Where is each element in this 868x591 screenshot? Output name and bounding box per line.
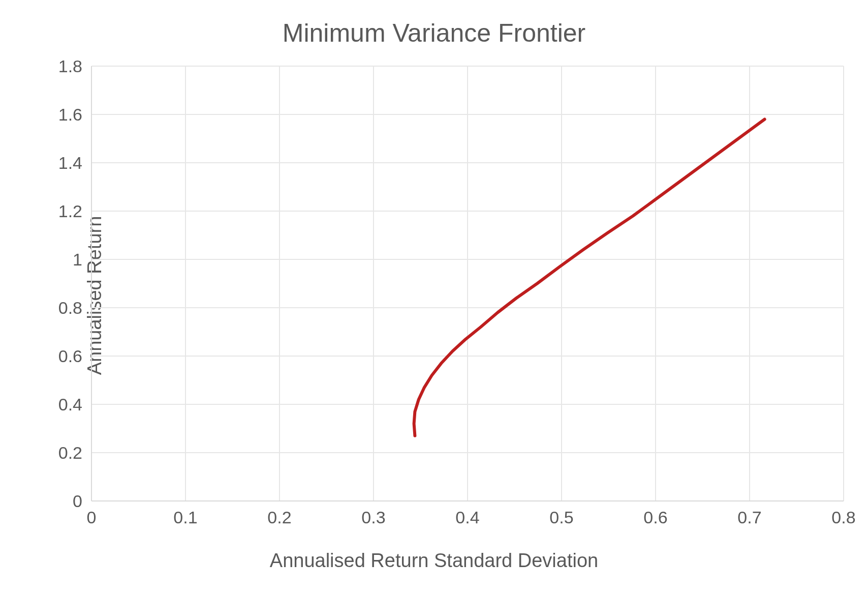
x-tick-label: 0.6: [643, 508, 667, 527]
y-tick-label: 0.2: [58, 443, 82, 462]
x-tick-label: 0.7: [737, 508, 761, 527]
chart-container: Minimum Variance Frontier Annualised Ret…: [0, 0, 868, 591]
y-tick-label: 0: [73, 491, 82, 511]
x-tick-label: 0.1: [173, 508, 197, 527]
series-line: [414, 120, 765, 436]
y-tick-label: 1.6: [58, 105, 82, 124]
y-tick-label: 0.8: [58, 298, 82, 317]
x-tick-label: 0.3: [361, 508, 385, 527]
y-tick-label: 1.4: [58, 153, 82, 172]
x-tick-label: 0.4: [455, 508, 479, 527]
y-tick-label: 1.8: [58, 56, 82, 76]
x-tick-label: 0.8: [831, 508, 855, 527]
x-tick-label: 0: [87, 508, 97, 527]
y-tick-label: 0.6: [58, 346, 82, 366]
y-tick-label: 1: [73, 250, 82, 269]
x-tick-label: 0.5: [549, 508, 573, 527]
x-tick-label: 0.2: [267, 508, 291, 527]
y-tick-label: 0.4: [58, 395, 82, 414]
y-tick-label: 1.2: [58, 201, 82, 221]
chart-plot: 00.20.40.60.811.21.41.61.800.10.20.30.40…: [0, 0, 868, 591]
